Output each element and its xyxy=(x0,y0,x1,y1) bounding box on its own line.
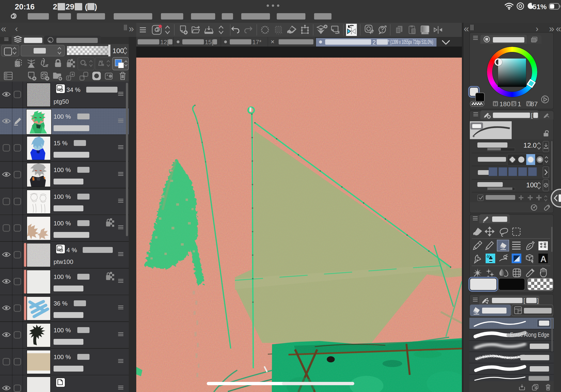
svg-text:* (1399 x 1055px 72dpi 531.0%): * (1399 x 1055px 72dpi 531.0%) xyxy=(388,39,433,45)
svg-text:Erase Along Edge: Erase Along Edge xyxy=(510,331,549,338)
